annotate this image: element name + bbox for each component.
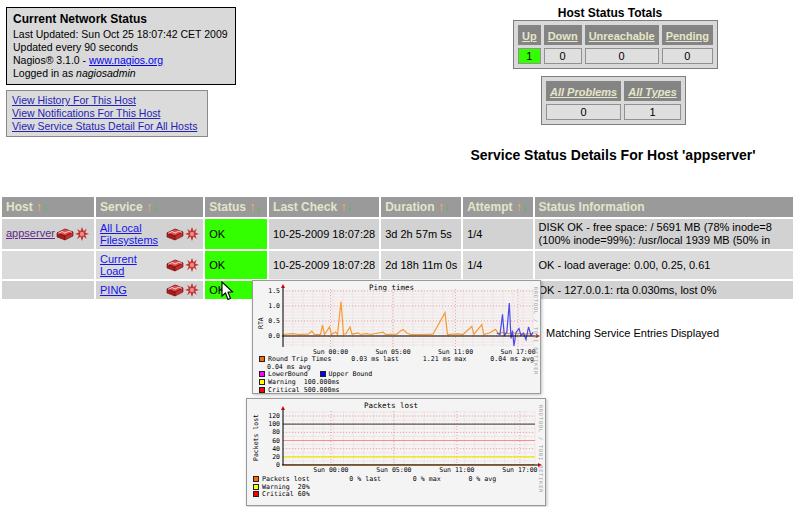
legend-swatch: [259, 371, 265, 377]
service-cell: PING: [96, 281, 203, 299]
col-header-status-information[interactable]: Status Information: [535, 197, 793, 217]
attempt-cell: 1/4: [463, 219, 532, 249]
last-check-cell: 10-25-2009 18:07:28: [269, 219, 379, 249]
last-check-cell: 10-25-2009 18:07:28: [269, 251, 379, 279]
rrdtool-watermark: RRDTOOL / TOBI OETIKER: [538, 405, 544, 493]
logged-in-user: nagiosadmin: [76, 67, 136, 79]
service-link-current-load[interactable]: Current Load: [100, 253, 163, 277]
svg-text:0.0: 0.0: [268, 332, 280, 340]
rrdtool-watermark: RRDTOOL / TOBI OETIKER: [533, 287, 539, 375]
host-extinfo-icon[interactable]: [74, 227, 89, 239]
host-status-totals-title: Host Status Totals: [530, 6, 690, 20]
svg-text:60: 60: [272, 437, 280, 445]
service-extinfo-icon[interactable]: [184, 283, 199, 295]
legend-swatch: [320, 371, 326, 377]
totals-header-unreachable[interactable]: Unreachable: [585, 25, 659, 45]
totals-up-count: 1: [518, 48, 541, 64]
svg-text:Sun 00:00: Sun 00:00: [313, 466, 348, 474]
totals-pending-count: 0: [662, 48, 713, 64]
service-link-ping[interactable]: PING: [100, 284, 163, 296]
table-row: Current Load OK 10-25-2009 18:07:28 2d 1…: [2, 251, 793, 279]
host-totals-table: Up Down Unreachable Pending 1 0 0 0: [513, 20, 718, 69]
svg-text:0.5: 0.5: [268, 317, 280, 325]
table-header-row: Host ↑↓ Service ↑↓ Status ↑↓ Last Check …: [2, 197, 793, 217]
legend-swatch: [253, 484, 259, 490]
svg-text:100: 100: [268, 420, 280, 428]
svg-text:120: 120: [268, 412, 280, 420]
service-extinfo-icon[interactable]: [184, 227, 199, 239]
col-header-attempt[interactable]: Attempt ↑↓: [463, 197, 532, 217]
duration-cell: 2d 18h 11m 0s: [381, 251, 461, 279]
service-graph-icon[interactable]: [165, 227, 184, 239]
svg-text:Sun 11:00: Sun 11:00: [439, 466, 474, 474]
svg-text:80: 80: [272, 428, 280, 436]
svg-text:Sun 05:00: Sun 05:00: [376, 466, 411, 474]
logged-in-line: Logged in as nagiosadmin: [13, 67, 229, 80]
col-header-status[interactable]: Status ↑↓: [205, 197, 267, 217]
service-graph-icon[interactable]: [165, 258, 184, 270]
service-graph-icon[interactable]: [165, 283, 184, 295]
totals-header-pending[interactable]: Pending: [662, 25, 713, 45]
totals-header-all-problems[interactable]: All Problems: [546, 81, 621, 101]
legend-swatch: [253, 491, 259, 497]
col-header-last-check[interactable]: Last Check ↑↓: [269, 197, 379, 217]
status-cell-ok: OK: [205, 219, 267, 249]
table-row: appserver All Local Filesystems OK 10-25…: [2, 219, 793, 249]
totals-all-types-count: 1: [624, 104, 681, 120]
svg-text:0: 0: [276, 461, 280, 469]
totals-header-all-types[interactable]: All Types: [624, 81, 681, 101]
host-cell: appserver: [2, 219, 94, 249]
svg-text:40: 40: [272, 445, 280, 453]
sort-down-icon: ↓: [444, 200, 450, 214]
totals-header-up[interactable]: Up: [518, 25, 541, 45]
service-extinfo-icon[interactable]: [184, 258, 199, 270]
host-commands-box: View History For This Host View Notifica…: [6, 90, 208, 137]
sort-down-icon: ↓: [42, 200, 48, 214]
network-status-title: Current Network Status: [13, 12, 229, 26]
host-cell: [2, 251, 94, 279]
last-updated-text: Last Updated: Sun Oct 25 18:07:42 CET 20…: [13, 28, 229, 41]
legend-swatch: [253, 476, 259, 482]
host-trends-icon[interactable]: [55, 227, 74, 239]
svg-text:Sun 17:00: Sun 17:00: [502, 466, 537, 474]
status-information-cell: OK - 127.0.0.1: rta 0.030ms, lost 0%: [535, 281, 793, 299]
svg-text:1.0: 1.0: [268, 302, 280, 310]
legend-swatch: [259, 379, 265, 385]
duration-cell: 3d 2h 57m 5s: [381, 219, 461, 249]
host-totals-summary-table: All Problems All Types 0 1: [541, 76, 686, 125]
service-cell: All Local Filesystems: [96, 219, 203, 249]
page-title: Service Status Details For Host 'appserv…: [430, 147, 795, 163]
totals-unreachable-count: 0: [585, 48, 659, 64]
nagios-org-link[interactable]: www.nagios.org: [89, 54, 163, 66]
status-information-cell: OK - load average: 0.00, 0.25, 0.61: [535, 251, 793, 279]
packets-lost-graph-popup: Packets lost Packets lost 02040608010012…: [246, 398, 546, 506]
service-link-all-local-filesystems[interactable]: All Local Filesystems: [100, 222, 163, 246]
totals-header-down[interactable]: Down: [544, 25, 582, 45]
host-cell: [2, 281, 94, 299]
attempt-cell: 1/4: [463, 251, 532, 279]
status-information-cell: DISK OK - free space: / 5691 MB (78% ino…: [535, 219, 793, 249]
update-interval-text: Updated every 90 seconds: [13, 41, 229, 54]
nagios-status-page: { "info_box": { "title": "Current Networ…: [0, 0, 795, 507]
view-service-status-link[interactable]: View Service Status Detail For All Hosts: [12, 120, 202, 133]
sort-down-icon: ↓: [346, 200, 352, 214]
service-cell: Current Load: [96, 251, 203, 279]
ping-times-graph-popup: Ping times RTA 0.00.51.01.5Sun 00:00Sun …: [252, 280, 541, 394]
view-history-link[interactable]: View History For This Host: [12, 94, 202, 107]
totals-down-count: 0: [544, 48, 582, 64]
host-link-appserver[interactable]: appserver: [6, 227, 55, 239]
col-header-host[interactable]: Host ↑↓: [2, 197, 94, 217]
col-header-duration[interactable]: Duration ↑↓: [381, 197, 461, 217]
totals-all-problems-count: 0: [546, 104, 621, 120]
graph-legend: Round Trip Times 0.03 ms last 1.21 ms ma…: [259, 356, 534, 395]
sort-down-icon: ↓: [255, 200, 261, 214]
view-notifications-link[interactable]: View Notifications For This Host: [12, 107, 202, 120]
current-network-status-box: Current Network Status Last Updated: Sun…: [6, 7, 236, 85]
legend-swatch: [259, 387, 265, 393]
matching-entries-note: Matching Service Entries Displayed: [546, 327, 719, 339]
mouse-cursor: [221, 281, 235, 301]
nagios-version-line: Nagios® 3.1.0 - www.nagios.org: [13, 54, 229, 67]
status-cell-ok: OK: [205, 251, 267, 279]
col-header-service[interactable]: Service ↑↓: [96, 197, 203, 217]
sort-down-icon: ↓: [152, 200, 158, 214]
